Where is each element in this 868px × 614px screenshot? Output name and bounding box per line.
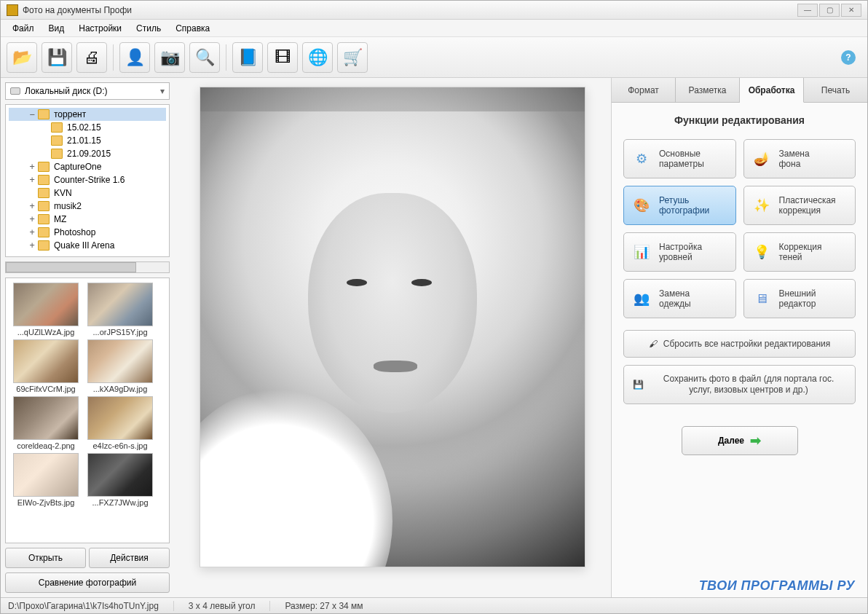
thumbnail-item[interactable]: ...orJPS15Y.jpg xyxy=(84,283,156,336)
print-button[interactable]: 🖨 xyxy=(76,42,107,73)
thumbnail-item[interactable]: ...FXZ7JWw.jpg xyxy=(84,453,156,507)
folder-icon xyxy=(38,175,50,185)
film-button[interactable]: 🎞 xyxy=(267,42,298,73)
actions-button[interactable]: Действия xyxy=(89,548,170,568)
toolbar: 📂💾🖨👤📷🔍📘🎞🌐🛒? xyxy=(1,37,867,78)
func-button-7[interactable]: 🖥Внешнийредактор xyxy=(743,279,856,318)
func-button-6[interactable]: 👥Заменаодежды xyxy=(623,279,736,318)
tab-печать[interactable]: Печать xyxy=(804,78,867,102)
thumbnail-label: EIWo-ZjvBts.jpg xyxy=(12,498,80,507)
folder-icon xyxy=(38,162,50,172)
arrow-right-icon: ➡ xyxy=(750,433,761,449)
minimize-button[interactable]: — xyxy=(797,4,818,17)
thumbnail-grid[interactable]: ...qUZlLWzA.jpg...orJPS15Y.jpg69cFifxVCr… xyxy=(5,278,170,543)
floppy-icon: 💾 xyxy=(633,379,644,390)
tab-обработка[interactable]: Обработка xyxy=(740,78,804,103)
tree-label: 21.09.2015 xyxy=(67,149,111,159)
left-panel: Локальный диск (D:) ▾ −торрент15.02.1521… xyxy=(1,78,174,597)
thumbnail-image xyxy=(87,283,153,326)
tree-scrollbar[interactable] xyxy=(5,261,170,273)
globe-icon: 🌐 xyxy=(308,48,328,67)
func-button-5[interactable]: 💡Коррекциятеней xyxy=(743,232,856,272)
thumbnail-label: e4Izc-e6n-s.jpg xyxy=(86,441,154,450)
folder-tree[interactable]: −торрент15.02.1521.01.1521.09.2015+Captu… xyxy=(5,104,170,257)
save-button[interactable]: 💾 xyxy=(42,42,72,73)
zoom-button[interactable]: 🔍 xyxy=(189,42,220,73)
func-label: Заменафона xyxy=(779,149,810,170)
expand-icon[interactable]: + xyxy=(28,214,36,224)
menubar: ФайлВидНастройкиСтильСправка xyxy=(1,20,867,37)
expand-icon[interactable]: + xyxy=(28,162,36,172)
drive-selector[interactable]: Локальный диск (D:) ▾ xyxy=(5,82,170,100)
func-icon: 🎨 xyxy=(631,195,652,216)
menu-item-4[interactable]: Справка xyxy=(170,21,216,36)
menu-item-2[interactable]: Настройки xyxy=(73,21,127,36)
thumbnail-item[interactable]: e4Izc-e6n-s.jpg xyxy=(84,396,156,450)
save-to-file-button[interactable]: 💾 Сохранить фото в файл (для портала гос… xyxy=(623,365,856,404)
func-label: Ретушьфотографии xyxy=(659,195,709,216)
brush-icon: 🖌 xyxy=(649,339,658,349)
tree-node[interactable]: +MZ xyxy=(9,213,166,226)
titlebar: Фото на документы Профи — ▢ ✕ xyxy=(1,1,867,20)
drive-label: Локальный диск (D:) xyxy=(25,86,108,96)
open-button[interactable]: Открыть xyxy=(5,548,86,568)
user-button[interactable]: 👤 xyxy=(119,42,150,73)
compare-button[interactable]: Сравнение фотографий xyxy=(5,572,170,593)
save-icon: 💾 xyxy=(47,48,67,67)
globe-button[interactable]: 🌐 xyxy=(302,42,333,73)
tree-node[interactable]: 15.02.15 xyxy=(9,121,166,134)
func-button-2[interactable]: 🎨Ретушьфотографии xyxy=(623,186,736,225)
help-icon[interactable]: ? xyxy=(841,50,856,65)
tree-label: CaptureOne xyxy=(54,162,101,172)
next-button[interactable]: Далее ➡ xyxy=(682,426,798,455)
folder-icon xyxy=(51,122,63,133)
cart-button[interactable]: 🛒 xyxy=(337,42,368,73)
func-label: Основныепараметры xyxy=(659,149,704,170)
menu-item-1[interactable]: Вид xyxy=(43,21,71,36)
thumbnail-item[interactable]: ...kXA9gDw.jpg xyxy=(84,339,156,393)
thumbnail-item[interactable]: 69cFifxVCrM.jpg xyxy=(10,339,82,393)
tree-node[interactable]: +musik2 xyxy=(9,200,166,213)
tree-node[interactable]: 21.01.15 xyxy=(9,134,166,147)
func-button-3[interactable]: ✨Пластическаякоррекция xyxy=(743,186,856,225)
right-panel: ФорматРазметкаОбработкаПечать Функции ре… xyxy=(611,78,867,597)
camera-button[interactable]: 📷 xyxy=(154,42,185,73)
func-button-4[interactable]: 📊Настройкауровней xyxy=(623,232,736,272)
tree-node[interactable]: +Photoshop xyxy=(9,226,166,239)
reset-button[interactable]: 🖌 Сбросить все настройки редактирования xyxy=(623,330,856,358)
tree-node[interactable]: 21.09.2015 xyxy=(9,147,166,160)
expand-icon[interactable]: − xyxy=(28,109,36,119)
tree-node[interactable]: −торрент xyxy=(9,108,166,121)
book-icon: 📘 xyxy=(238,48,258,67)
tab-bar: ФорматРазметкаОбработкаПечать xyxy=(612,78,867,103)
menu-item-0[interactable]: Файл xyxy=(7,21,40,36)
folder-icon xyxy=(38,109,50,119)
folder-icon xyxy=(38,201,50,211)
func-label: Пластическаякоррекция xyxy=(779,195,836,216)
maximize-button[interactable]: ▢ xyxy=(819,4,840,17)
menu-item-3[interactable]: Стиль xyxy=(130,21,167,36)
thumbnail-item[interactable]: EIWo-ZjvBts.jpg xyxy=(10,453,82,507)
thumbnail-item[interactable]: coreldeaq-2.png xyxy=(10,396,82,450)
tree-node[interactable]: +Counter-Strike 1.6 xyxy=(9,173,166,186)
close-button[interactable]: ✕ xyxy=(841,4,861,17)
tree-node[interactable]: +CaptureOne xyxy=(9,160,166,173)
tab-разметка[interactable]: Разметка xyxy=(676,78,740,102)
tree-label: KVN xyxy=(54,188,72,198)
folder-icon xyxy=(51,135,63,146)
statusbar: D:\Прохо\Гагарина\1\k7Is4hoTUnY.jpg 3 x … xyxy=(1,597,867,613)
expand-icon[interactable]: + xyxy=(28,240,36,251)
func-button-0[interactable]: ⚙Основныепараметры xyxy=(623,139,736,178)
func-button-1[interactable]: 🪔Заменафона xyxy=(743,139,856,178)
tree-node[interactable]: +Quake III Arena xyxy=(9,239,166,252)
expand-icon[interactable]: + xyxy=(28,201,36,211)
thumbnail-label: ...FXZ7JWw.jpg xyxy=(86,498,154,507)
status-size: Размер: 27 x 34 мм xyxy=(285,601,363,611)
tab-формат[interactable]: Формат xyxy=(612,78,676,102)
expand-icon[interactable]: + xyxy=(28,175,36,185)
thumbnail-item[interactable]: ...qUZlLWzA.jpg xyxy=(10,283,82,336)
tree-node[interactable]: KVN xyxy=(9,186,166,200)
book-button[interactable]: 📘 xyxy=(232,42,263,73)
new-file-button[interactable]: 📂 xyxy=(7,42,37,73)
expand-icon[interactable]: + xyxy=(28,227,36,237)
